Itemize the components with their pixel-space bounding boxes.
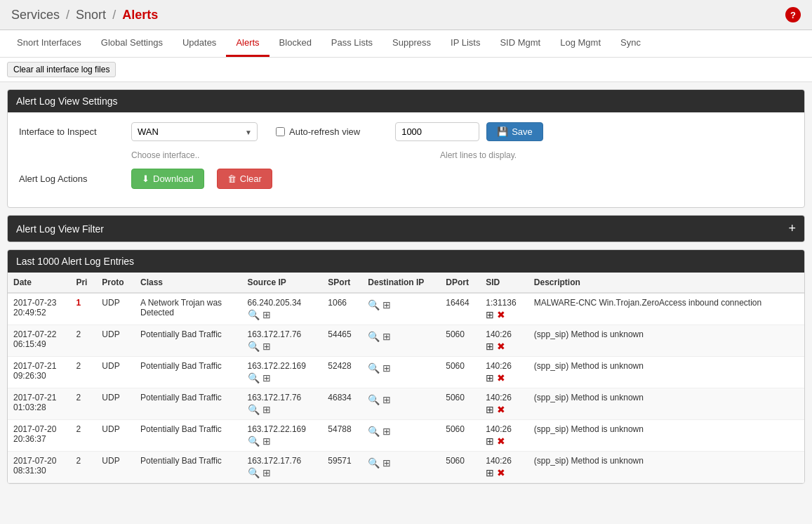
dest-add-icon[interactable]: ⊞ — [382, 426, 391, 437]
dest-search-icon[interactable]: 🔍 — [368, 394, 380, 405]
dest-search-icon[interactable]: 🔍 — [368, 331, 380, 342]
sid-cross-icon[interactable]: ✖ — [497, 372, 505, 384]
filter-add-icon[interactable]: + — [788, 221, 796, 236]
alert-lines-group — [395, 122, 479, 141]
source-search-icon[interactable]: 🔍 — [248, 372, 260, 384]
source-add-icon[interactable]: ⊞ — [262, 372, 271, 384]
cell-proto: UDP — [96, 357, 135, 388]
dest-add-icon[interactable]: ⊞ — [382, 457, 391, 469]
cell-description: (spp_sip) Method is unknown — [528, 420, 804, 452]
nav-tab-blocked[interactable]: Blocked — [269, 30, 321, 57]
nav-tab-ip-lists[interactable]: IP Lists — [441, 30, 490, 57]
auto-refresh-checkbox[interactable] — [276, 127, 285, 136]
sid-add-icon[interactable]: ⊞ — [486, 435, 494, 447]
sid-cross-icon[interactable]: ✖ — [497, 404, 505, 415]
download-button[interactable]: ⬇ Download — [131, 169, 204, 189]
dest-add-icon[interactable]: ⊞ — [382, 362, 391, 374]
dest-search-icon[interactable]: 🔍 — [368, 426, 380, 437]
source-add-icon[interactable]: ⊞ — [262, 467, 271, 478]
interface-label: Interface to Inspect — [19, 126, 131, 137]
cell-source-ip: 163.172.17.76🔍⊞ — [242, 452, 323, 483]
help-icon[interactable]: ? — [785, 7, 801, 22]
sid-cross-icon[interactable]: ✖ — [497, 467, 505, 478]
col-sport: SPort — [322, 273, 362, 293]
source-search-icon[interactable]: 🔍 — [248, 309, 260, 320]
nav-tab-suppress[interactable]: Suppress — [382, 30, 441, 57]
dest-add-icon[interactable]: ⊞ — [382, 299, 391, 310]
table-title: Last 1000 Alert Log Entries — [16, 256, 134, 267]
sid-add-icon[interactable]: ⊞ — [486, 309, 494, 320]
interface-select-wrapper: WAN — [131, 122, 258, 141]
sid-add-icon[interactable]: ⊞ — [486, 341, 494, 352]
main-content: Alert Log View Settings Interface to Ins… — [0, 82, 812, 491]
cell-dport: 5060 — [440, 325, 480, 357]
cell-description: (spp_sip) Method is unknown — [528, 388, 804, 420]
dest-search-icon[interactable]: 🔍 — [368, 362, 380, 374]
source-add-icon[interactable]: ⊞ — [262, 309, 271, 320]
cell-date: 2017-07-2101:03:28 — [8, 388, 70, 420]
source-add-icon[interactable]: ⊞ — [262, 435, 271, 447]
dest-add-icon[interactable]: ⊞ — [382, 331, 391, 342]
clear-button[interactable]: 🗑 Clear — [217, 169, 272, 189]
nav-tab-pass-lists[interactable]: Pass Lists — [321, 30, 382, 57]
cell-description: (spp_sip) Method is unknown — [528, 357, 804, 388]
col-class: Class — [135, 273, 242, 293]
cell-description: (spp_sip) Method is unknown — [528, 452, 804, 483]
cell-sport: 1066 — [322, 293, 362, 325]
nav-tab-updates[interactable]: Updates — [173, 30, 226, 57]
table-section: Last 1000 Alert Log Entries DatePriProto… — [7, 249, 805, 484]
top-bar: Services / Snort / Alerts ? — [0, 0, 812, 30]
sid-add-icon[interactable]: ⊞ — [486, 467, 494, 478]
sid-cross-icon[interactable]: ✖ — [497, 435, 505, 447]
cell-dport: 5060 — [440, 420, 480, 452]
download-label: Download — [153, 173, 194, 184]
table-row: 2017-07-2020:36:372UDPPotentially Bad Tr… — [8, 420, 804, 452]
save-button[interactable]: 💾 Save — [486, 122, 543, 141]
nav-tab-sync[interactable]: Sync — [611, 30, 651, 57]
nav-tab-snort-interfaces[interactable]: Snort Interfaces — [7, 30, 91, 57]
nav-tab-global-settings[interactable]: Global Settings — [91, 30, 173, 57]
hints-row: Choose interface.. Alert lines to displa… — [131, 150, 793, 160]
source-search-icon[interactable]: 🔍 — [248, 467, 260, 478]
interface-controls: WAN Auto-refresh view 💾 Save — [131, 122, 543, 141]
cell-sport: 54788 — [322, 420, 362, 452]
cell-source-ip: 163.172.22.169🔍⊞ — [242, 357, 323, 388]
table-row: 2017-07-2109:26:302UDPPotentially Bad Tr… — [8, 357, 804, 388]
cell-source-ip: 66.240.205.34🔍⊞ — [242, 293, 323, 325]
source-add-icon[interactable]: ⊞ — [262, 341, 271, 352]
cell-proto: UDP — [96, 452, 135, 483]
cell-class: Potentially Bad Traffic — [135, 420, 242, 452]
source-search-icon[interactable]: 🔍 — [248, 404, 260, 415]
dest-add-icon[interactable]: ⊞ — [382, 394, 391, 405]
sid-add-icon[interactable]: ⊞ — [486, 404, 494, 415]
source-search-icon[interactable]: 🔍 — [248, 435, 260, 447]
dest-search-icon[interactable]: 🔍 — [368, 457, 380, 469]
breadcrumb-snort[interactable]: Snort — [76, 8, 106, 22]
clear-all-button[interactable]: Clear all interface log files — [7, 62, 116, 77]
nav-tab-sid-mgmt[interactable]: SID Mgmt — [490, 30, 550, 57]
dest-search-icon[interactable]: 🔍 — [368, 299, 380, 310]
sid-cross-icon[interactable]: ✖ — [497, 309, 505, 320]
cell-dport: 16464 — [440, 293, 480, 325]
col-destination-ip: Destination IP — [362, 273, 440, 293]
cell-class: A Network Trojan wasDetected — [135, 293, 242, 325]
nav-tab-alerts[interactable]: Alerts — [226, 30, 269, 57]
cell-sid: 1:31136⊞✖ — [480, 293, 528, 325]
source-search-icon[interactable]: 🔍 — [248, 341, 260, 352]
auto-refresh-label[interactable]: Auto-refresh view — [276, 126, 360, 137]
cell-date: 2017-07-2320:49:52 — [8, 293, 70, 325]
sid-cross-icon[interactable]: ✖ — [497, 341, 505, 352]
cell-sport: 46834 — [322, 388, 362, 420]
alert-lines-input[interactable] — [395, 122, 479, 141]
trash-icon: 🗑 — [227, 173, 237, 184]
col-proto: Proto — [96, 273, 135, 293]
breadcrumb-services[interactable]: Services — [11, 8, 60, 22]
source-add-icon[interactable]: ⊞ — [262, 404, 271, 415]
col-description: Description — [528, 273, 804, 293]
clear-label: Clear — [240, 173, 262, 184]
cell-sid: 140:26⊞✖ — [480, 452, 528, 483]
sid-add-icon[interactable]: ⊞ — [486, 372, 494, 384]
interface-select[interactable]: WAN — [131, 122, 258, 141]
settings-body: Interface to Inspect WAN Auto-refresh vi… — [8, 112, 804, 207]
nav-tab-log-mgmt[interactable]: Log Mgmt — [550, 30, 611, 57]
